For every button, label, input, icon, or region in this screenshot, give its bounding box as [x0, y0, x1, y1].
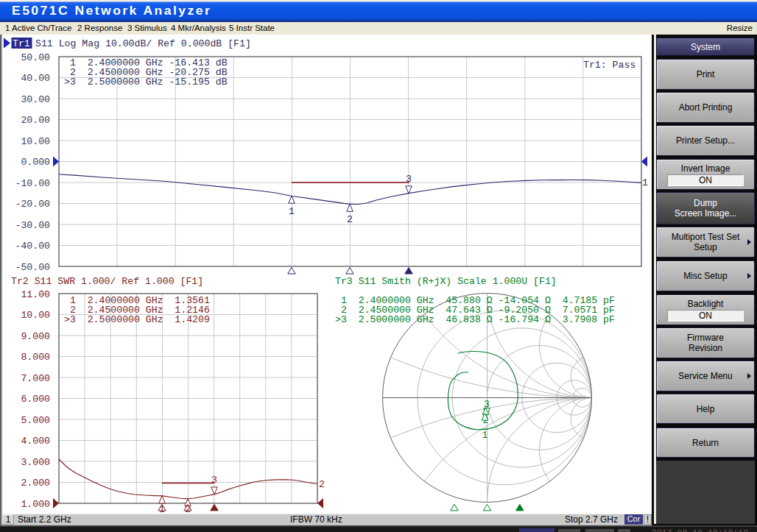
- svg-text:40.00: 40.00: [21, 73, 50, 84]
- svg-text:-30.00: -30.00: [15, 220, 51, 231]
- svg-text:1.000: 1.000: [21, 499, 50, 510]
- svg-text:-10.00: -10.00: [15, 178, 51, 189]
- svg-text:4.000: 4.000: [21, 436, 50, 447]
- svg-text:Tr3 S11 Smith (R+jX) Scale 1.0: Tr3 S11 Smith (R+jX) Scale 1.000U [F1]: [335, 276, 557, 287]
- svg-text:8.000: 8.000: [21, 352, 50, 363]
- svg-text:5.000: 5.000: [21, 415, 50, 426]
- svg-text:2: 2: [347, 214, 353, 225]
- svg-text:>3 2.5000000 GHz 1.4209: >3 2.5000000 GHz 1.4209: [64, 314, 210, 325]
- svg-text:11.00: 11.00: [21, 289, 50, 300]
- svg-text:0.000: 0.000: [21, 157, 50, 168]
- svg-text:>3 2.5000000 GHz 46.838 Ω -1: >3 2.5000000 GHz 46.838 Ω -16.794 Ω 3.79…: [335, 314, 615, 325]
- svg-text:Tr1: Pass: Tr1: Pass: [583, 60, 635, 71]
- svg-text:20.00: 20.00: [21, 115, 50, 126]
- svg-text:Tr2 S11 SWR 1.000/ Ref 1.000 [: Tr2 S11 SWR 1.000/ Ref 1.000 [F1]: [11, 276, 203, 287]
- svg-text:3: 3: [406, 174, 412, 185]
- svg-text:-40.00: -40.00: [15, 241, 51, 252]
- svg-text:-50.00: -50.00: [15, 262, 51, 273]
- svg-text:6.000: 6.000: [21, 394, 50, 405]
- svg-text:1: 1: [289, 206, 295, 217]
- svg-text:2.000: 2.000: [21, 478, 50, 489]
- svg-text:3: 3: [211, 475, 217, 486]
- svg-text:3.000: 3.000: [21, 457, 50, 468]
- svg-text:3: 3: [484, 399, 490, 410]
- svg-text:9.000: 9.000: [21, 331, 50, 342]
- svg-text:1: 1: [642, 177, 648, 188]
- svg-text:Tr1: Tr1: [13, 38, 30, 49]
- svg-text:S11 Log Mag 10.00dB/ Ref 0.000: S11 Log Mag 10.00dB/ Ref 0.000dB [F1]: [35, 38, 251, 49]
- svg-text:-20.00: -20.00: [15, 199, 51, 210]
- svg-text:10.00: 10.00: [21, 310, 50, 321]
- svg-text:7.000: 7.000: [21, 373, 50, 384]
- svg-text:30.00: 30.00: [21, 94, 50, 105]
- svg-text:>3 2.5000000 GHz -15.195 dB: >3 2.5000000 GHz -15.195 dB: [64, 77, 228, 88]
- svg-text:1: 1: [482, 430, 488, 441]
- svg-text:10.00: 10.00: [21, 136, 50, 147]
- svg-text:50.00: 50.00: [21, 52, 50, 63]
- svg-text:2: 2: [319, 479, 325, 490]
